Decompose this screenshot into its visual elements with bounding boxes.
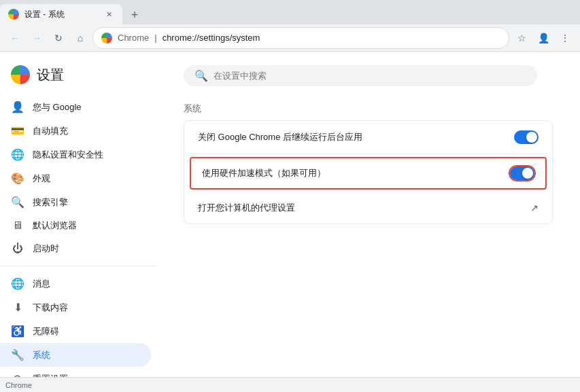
home-button[interactable]: ⌂ — [71, 29, 90, 48]
settings-card: 关闭 Google Chrome 后继续运行后台应用 使用硬件加速模式（如果可用… — [184, 120, 553, 224]
sidebar-item-system[interactable]: 🔧 系统 — [0, 343, 151, 367]
privacy-icon: 🌐 — [11, 148, 24, 161]
messages-icon: 🌐 — [11, 277, 24, 290]
tab-favicon — [8, 9, 19, 20]
back-icon: ← — [10, 33, 20, 43]
sidebar-item-reset[interactable]: ⟳ 重置设置 — [0, 367, 151, 377]
sidebar-label-downloads: 下载内容 — [33, 302, 68, 314]
sidebar-title: 设置 — [37, 66, 64, 84]
sidebar-item-privacy[interactable]: 🌐 隐私设置和安全性 — [0, 143, 151, 166]
tab-bar: 设置 - 系统 ✕ + — [0, 0, 580, 24]
system-icon: 🔧 — [11, 349, 24, 361]
downloads-icon: ⬇ — [11, 301, 24, 314]
toolbar: ← → ↻ ⌂ Chrome | chrome://settings/syste… — [0, 24, 580, 52]
search-bar[interactable]: 🔍 — [184, 65, 537, 86]
sidebar-label-privacy: 隐私设置和安全性 — [33, 149, 103, 161]
sidebar-label-google-account: 您与 Google — [33, 101, 82, 113]
sidebar-header: 设置 — [0, 60, 156, 95]
setting-row-background: 关闭 Google Chrome 后继续运行后台应用 — [184, 121, 552, 154]
section-title: 系统 — [184, 103, 553, 115]
hardware-accel-toggle[interactable] — [510, 166, 534, 180]
default-browser-icon: 🖥 — [11, 219, 24, 232]
background-run-toggle[interactable] — [514, 130, 539, 144]
address-bar[interactable]: Chrome | chrome://settings/system — [92, 27, 509, 49]
forward-icon: → — [32, 33, 41, 43]
proxy-external-icon[interactable]: ↗ — [530, 202, 539, 213]
menu-button[interactable]: ⋮ — [556, 29, 575, 48]
account-button[interactable]: 👤 — [534, 29, 553, 48]
accessibility-icon: ♿ — [11, 325, 24, 338]
search-input[interactable] — [214, 71, 526, 81]
settings-main: 🔍 系统 关闭 Google Chrome 后继续运行后台应用 使用 — [156, 52, 580, 377]
forward-button[interactable]: → — [27, 29, 46, 48]
content-area: 设置 👤 您与 Google 💳 自动填充 🌐 隐私设置和安全性 🎨 外观 🔍 … — [0, 52, 580, 377]
address-url: chrome://settings/system — [163, 33, 500, 43]
hardware-accel-wrapper: 使用硬件加速模式（如果可用） — [184, 154, 552, 192]
active-tab[interactable]: 设置 - 系统 ✕ — [0, 4, 122, 24]
sidebar-item-messages[interactable]: 🌐 消息 — [0, 272, 151, 296]
google-account-icon: 👤 — [11, 101, 24, 113]
setting-row-hardware: 使用硬件加速模式（如果可用） — [190, 157, 547, 190]
startup-icon: ⏻ — [11, 243, 24, 255]
status-bar: Chrome — [0, 377, 580, 392]
sidebar-item-appearance[interactable]: 🎨 外观 — [0, 166, 151, 190]
sidebar-item-downloads[interactable]: ⬇ 下载内容 — [0, 296, 151, 319]
sidebar-label-search: 搜索引擎 — [33, 196, 68, 209]
sidebar-item-autofill[interactable]: 💳 自动填充 — [0, 119, 151, 143]
sidebar-label-system: 系统 — [33, 349, 50, 361]
background-run-label: 关闭 Google Chrome 后继续运行后台应用 — [198, 131, 503, 143]
hardware-accel-label: 使用硬件加速模式（如果可用） — [202, 167, 499, 179]
sidebar-label-autofill: 自动填充 — [33, 125, 68, 137]
settings-logo — [11, 65, 30, 84]
new-tab-button[interactable]: + — [125, 5, 144, 24]
sidebar-item-search[interactable]: 🔍 搜索引擎 — [0, 190, 151, 214]
autofill-icon: 💳 — [11, 124, 24, 137]
setting-row-proxy: 打开您计算机的代理设置 ↗ — [184, 192, 552, 224]
sidebar-label-startup: 启动时 — [33, 243, 59, 255]
search-icon: 🔍 — [194, 69, 208, 82]
browser-frame: 设置 - 系统 ✕ + ← → ↻ ⌂ Chrome | chrome://se… — [0, 0, 580, 392]
reset-icon: ⟳ — [11, 372, 24, 377]
bookmark-button[interactable]: ☆ — [512, 29, 531, 48]
sidebar-label-browser: 默认浏览器 — [33, 219, 77, 232]
toolbar-icons: ☆ 👤 ⋮ — [512, 29, 575, 48]
proxy-label: 打开您计算机的代理设置 — [198, 202, 519, 214]
sidebar-item-accessibility[interactable]: ♿ 无障碍 — [0, 319, 151, 343]
home-icon: ⌂ — [78, 33, 83, 43]
search-engine-icon: 🔍 — [11, 196, 24, 209]
sidebar-divider — [0, 266, 156, 266]
sidebar-item-startup[interactable]: ⏻ 启动时 — [0, 237, 151, 260]
sidebar-item-google-account[interactable]: 👤 您与 Google — [0, 95, 151, 119]
tab-close-button[interactable]: ✕ — [103, 9, 114, 20]
refresh-icon: ↻ — [54, 33, 63, 43]
sidebar-label-messages: 消息 — [33, 278, 50, 290]
address-favicon — [101, 33, 112, 43]
sidebar: 设置 👤 您与 Google 💳 自动填充 🌐 隐私设置和安全性 🎨 外观 🔍 … — [0, 52, 156, 377]
back-button[interactable]: ← — [5, 29, 24, 48]
sidebar-item-browser[interactable]: 🖥 默认浏览器 — [0, 214, 151, 237]
background-run-slider — [514, 130, 539, 144]
sidebar-label-accessibility: 无障碍 — [33, 325, 59, 338]
status-text: Chrome — [5, 381, 32, 389]
address-brand: Chrome — [118, 33, 149, 43]
appearance-icon: 🎨 — [11, 172, 24, 185]
refresh-button[interactable]: ↻ — [49, 29, 68, 48]
address-separator: | — [154, 33, 156, 43]
tab-title: 设置 - 系统 — [24, 9, 98, 20]
hardware-accel-slider — [510, 166, 534, 180]
sidebar-label-appearance: 外观 — [33, 173, 50, 185]
